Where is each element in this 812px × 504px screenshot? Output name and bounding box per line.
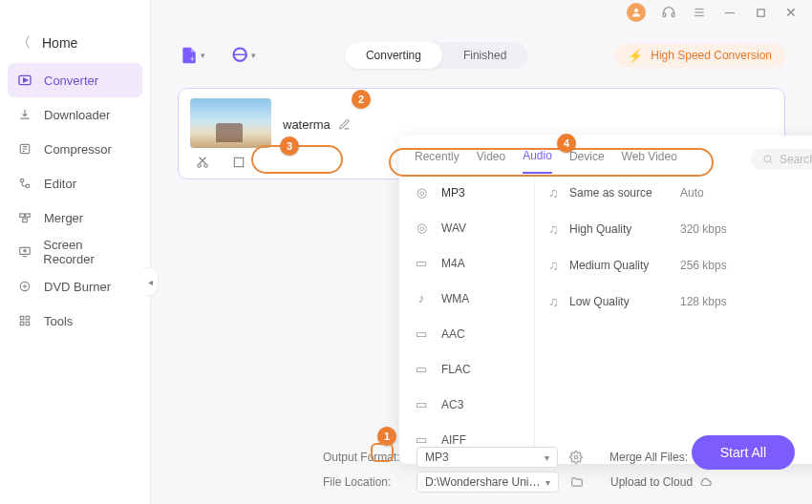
panel-tab-recently[interactable]: Recently: [415, 146, 459, 173]
sidebar-item-label: Converter: [44, 74, 98, 88]
file-location-label: File Location:: [323, 475, 405, 489]
cloud-icon[interactable]: [698, 475, 714, 489]
menu-icon[interactable]: [692, 5, 707, 20]
quality-same-as-source[interactable]: ♫ Same as source Auto: [535, 175, 812, 211]
support-icon[interactable]: [661, 5, 676, 20]
music-icon: ♫: [548, 185, 569, 200]
sidebar-item-dvd-burner[interactable]: DVD Burner: [0, 269, 150, 304]
music-icon: ♫: [548, 294, 569, 309]
add-files-button[interactable]: + ▾: [178, 44, 206, 67]
sidebar-item-editor[interactable]: Editor: [0, 166, 150, 200]
svg-rect-20: [26, 316, 30, 320]
svg-rect-21: [20, 322, 24, 326]
format-list: ◎MP3 ◎WAV ▭M4A ♪WMA ▭AAC ▭FLAC ▭AC3 ▭AIF…: [399, 175, 535, 464]
sidebar-item-label: Merger: [44, 211, 83, 225]
format-ac3[interactable]: ▭AC3: [399, 387, 534, 422]
downloader-icon: [17, 107, 32, 122]
back-label: Home: [42, 35, 77, 51]
merge-all-label: Merge All Files:: [609, 451, 688, 464]
sidebar-item-merger[interactable]: Merger: [0, 200, 150, 235]
panel-tab-webvideo[interactable]: Web Video: [622, 146, 677, 173]
svg-point-16: [23, 250, 25, 252]
svg-rect-2: [672, 13, 674, 17]
svg-point-18: [24, 285, 26, 287]
minimize-button[interactable]: ─: [722, 5, 737, 20]
quality-low[interactable]: ♫ Low Quality 128 kbps: [535, 284, 812, 320]
svg-rect-27: [234, 158, 243, 166]
avatar[interactable]: [627, 3, 646, 22]
tab-converting[interactable]: Converting: [345, 42, 442, 69]
svg-point-26: [204, 164, 208, 168]
quality-high[interactable]: ♫ High Quality 320 kbps: [535, 211, 812, 247]
maximize-button[interactable]: [753, 5, 768, 20]
svg-marker-8: [24, 78, 28, 82]
crop-icon[interactable]: [232, 156, 246, 169]
badge-icon: ▭: [413, 397, 430, 411]
sidebar-item-compressor[interactable]: Compressor: [0, 132, 150, 166]
svg-rect-19: [20, 316, 24, 320]
sidebar-item-screen-recorder[interactable]: Screen Recorder: [0, 235, 150, 269]
lightning-icon: ⚡: [628, 49, 643, 63]
sidebar-item-converter[interactable]: Converter: [8, 63, 142, 97]
panel-tab-device[interactable]: Device: [569, 146, 605, 173]
panel-tab-audio[interactable]: Audio: [523, 145, 552, 174]
format-mp3[interactable]: ◎MP3: [399, 175, 534, 210]
upload-cloud-label: Upload to Cloud: [610, 475, 693, 489]
format-wma[interactable]: ♪WMA: [399, 281, 534, 316]
sidebar-item-downloader[interactable]: Downloader: [0, 97, 150, 132]
format-panel: Recently Video Audio Device Web Video Se…: [399, 136, 812, 464]
add-url-button[interactable]: ▾: [229, 44, 258, 67]
svg-point-10: [20, 178, 24, 182]
main-area: + ▾ ▾ Converting Finished ⚡ High Speed C…: [151, 25, 812, 504]
output-format-select[interactable]: MP3 ▾: [417, 447, 558, 468]
svg-point-25: [198, 164, 202, 168]
back-icon: 〈: [17, 34, 31, 52]
sidebar-item-label: Editor: [44, 177, 76, 191]
chevron-down-icon: ▾: [251, 51, 256, 60]
svg-point-33: [574, 455, 578, 459]
back-home[interactable]: 〈 Home: [0, 27, 150, 63]
tab-finished[interactable]: Finished: [442, 42, 527, 69]
sidebar-item-label: Screen Recorder: [43, 238, 133, 266]
sidebar-item-label: Downloader: [44, 108, 110, 122]
music-icon: ♫: [548, 221, 569, 237]
converter-icon: [17, 73, 32, 88]
high-speed-button[interactable]: ⚡ High Speed Conversion: [614, 44, 785, 68]
format-aac[interactable]: ▭AAC: [399, 316, 534, 351]
footer: Output Format: MP3 ▾ Merge All Files: Fi…: [323, 445, 795, 494]
settings-icon[interactable]: [569, 451, 583, 464]
search-icon: [762, 154, 774, 165]
file-thumbnail[interactable]: [190, 98, 271, 148]
svg-rect-6: [757, 9, 763, 15]
quality-list: ♫ Same as source Auto ♫ High Quality 320…: [535, 175, 812, 464]
svg-text:+: +: [190, 54, 195, 64]
panel-search[interactable]: Search: [751, 149, 812, 170]
badge-icon: ▭: [413, 326, 430, 341]
toolbar: + ▾ ▾ Converting Finished ⚡ High Speed C…: [151, 25, 812, 78]
format-flac[interactable]: ▭FLAC: [399, 351, 534, 387]
file-icon: ▭: [413, 256, 430, 270]
format-wav[interactable]: ◎WAV: [399, 210, 534, 245]
svg-rect-14: [23, 219, 28, 222]
format-m4a[interactable]: ▭M4A: [399, 245, 534, 281]
start-all-button[interactable]: Start All: [692, 435, 795, 470]
close-button[interactable]: ✕: [783, 5, 799, 20]
svg-point-11: [26, 184, 30, 188]
trim-icon[interactable]: [196, 156, 209, 169]
output-format-label: Output Format:: [323, 451, 405, 464]
dvd-burner-icon: [17, 279, 32, 294]
editor-icon: [17, 176, 32, 191]
file-location-select[interactable]: D:\Wondershare UniConverter 1 ▾: [417, 472, 559, 493]
edit-name-icon[interactable]: [338, 118, 351, 131]
panel-tab-video[interactable]: Video: [477, 146, 505, 173]
open-folder-icon[interactable]: [570, 475, 584, 489]
screen-recorder-icon: [17, 244, 32, 260]
svg-rect-13: [26, 214, 31, 218]
sidebar-item-label: Compressor: [44, 142, 112, 157]
compressor-icon: [17, 141, 32, 157]
sidebar-item-tools[interactable]: Tools: [0, 304, 150, 338]
sidebar-item-label: Tools: [44, 314, 73, 328]
quality-medium[interactable]: ♫ Medium Quality 256 kbps: [535, 247, 812, 284]
chevron-down-icon: ▾: [545, 477, 550, 488]
svg-point-0: [634, 9, 638, 12]
